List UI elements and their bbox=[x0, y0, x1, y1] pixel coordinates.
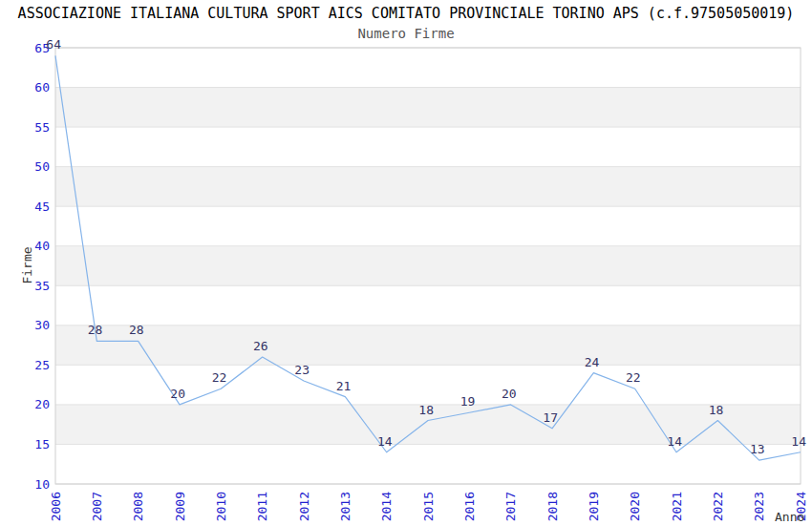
x-tick-label: 2011 bbox=[255, 492, 269, 521]
y-tick-label: 60 bbox=[34, 80, 50, 94]
x-tick-label: 2020 bbox=[628, 492, 642, 521]
point-label: 14 bbox=[791, 434, 806, 449]
x-tick-label: 2023 bbox=[752, 492, 766, 521]
x-tick-label: 2010 bbox=[214, 492, 228, 521]
x-tick-label: 2012 bbox=[297, 492, 311, 521]
point-label: 20 bbox=[170, 387, 185, 401]
x-tick-label: 2018 bbox=[545, 492, 560, 521]
point-label: 19 bbox=[460, 394, 476, 409]
point-label: 26 bbox=[253, 339, 268, 353]
point-label: 20 bbox=[502, 387, 517, 401]
point-label: 24 bbox=[585, 355, 600, 369]
x-tick-label: 2006 bbox=[49, 492, 63, 521]
point-label: 21 bbox=[336, 379, 352, 393]
x-tick-label: 2015 bbox=[421, 492, 436, 521]
x-tick-label: 2007 bbox=[90, 492, 104, 521]
y-tick-label: 40 bbox=[34, 239, 50, 253]
x-axis-label: Anno bbox=[775, 510, 804, 524]
point-label: 22 bbox=[626, 370, 641, 385]
grid-band bbox=[55, 246, 801, 286]
y-tick-label: 35 bbox=[34, 279, 50, 293]
y-tick-label: 20 bbox=[34, 397, 50, 411]
y-tick-label: 50 bbox=[34, 159, 50, 174]
y-tick-label: 10 bbox=[34, 477, 50, 492]
y-axis-label: Firme bbox=[20, 246, 34, 284]
x-tick-label: 2008 bbox=[131, 492, 145, 521]
point-label: 13 bbox=[750, 442, 765, 456]
point-label: 23 bbox=[294, 363, 310, 377]
point-label: 17 bbox=[543, 410, 558, 425]
grid-band bbox=[55, 167, 801, 207]
point-label: 28 bbox=[88, 323, 103, 337]
y-tick-label: 15 bbox=[34, 437, 50, 452]
line-chart-plot: 1015202530354045505560652006200720082009… bbox=[0, 0, 812, 525]
x-tick-label: 2014 bbox=[379, 492, 394, 521]
x-tick-label: 2016 bbox=[462, 492, 477, 521]
point-label: 14 bbox=[377, 434, 393, 449]
x-tick-label: 2013 bbox=[338, 492, 353, 521]
y-tick-label: 55 bbox=[34, 120, 50, 135]
point-label: 14 bbox=[667, 434, 682, 449]
y-tick-label: 45 bbox=[34, 200, 50, 214]
grid-band bbox=[55, 326, 801, 366]
x-tick-label: 2017 bbox=[503, 492, 518, 521]
x-tick-label: 2019 bbox=[587, 492, 601, 521]
point-label: 28 bbox=[129, 323, 144, 337]
point-label: 18 bbox=[418, 403, 434, 417]
x-tick-label: 2009 bbox=[173, 492, 187, 521]
x-tick-label: 2022 bbox=[711, 492, 725, 521]
x-tick-label: 2021 bbox=[670, 492, 684, 521]
point-label: 22 bbox=[212, 370, 227, 385]
point-label: 64 bbox=[46, 37, 61, 52]
point-label: 18 bbox=[709, 403, 724, 417]
grid-band bbox=[55, 88, 801, 128]
y-tick-label: 25 bbox=[34, 358, 50, 372]
y-tick-label: 30 bbox=[34, 318, 50, 332]
chart: ASSOCIAZIONE ITALIANA CULTURA SPORT AICS… bbox=[0, 0, 812, 525]
